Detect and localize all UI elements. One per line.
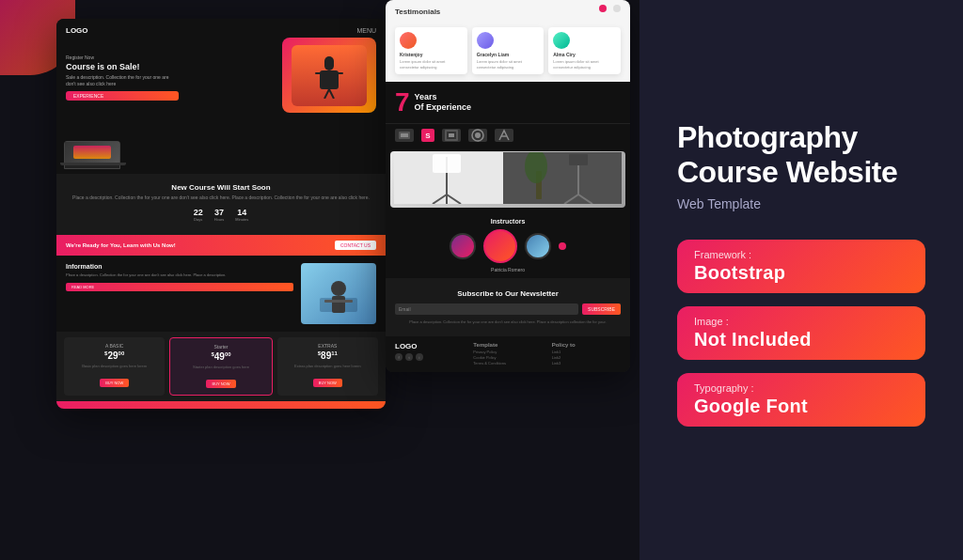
footer-link-6[interactable]: Link3: [552, 361, 621, 366]
bottom-strip: [56, 401, 386, 409]
subscribe-desc: Place a description. Collection the for …: [395, 319, 621, 325]
site-logo: LOGO: [66, 26, 88, 35]
experience-number: 7: [395, 89, 410, 116]
hero-section: LOGO MENU Register Now Course is on Sale…: [56, 19, 386, 174]
instructor-name-block: Patricia Romero: [395, 267, 621, 272]
framework-value: Bootstrap: [694, 262, 908, 284]
svg-rect-9: [324, 300, 353, 303]
social-icon-twitter[interactable]: t: [405, 353, 413, 361]
testimonial-card-2: Gracelyn Liam Lorem ipsum dolor sit amet…: [472, 27, 545, 74]
social-icon-facebook[interactable]: f: [395, 353, 403, 361]
plan-starter-button[interactable]: BUY NOW: [206, 380, 235, 388]
plan-extras-desc: Extras plan description goes here lorem: [283, 364, 372, 369]
instructor-avatar-1: [450, 233, 476, 259]
testimonial-card-3: Alma Ciry Lorem ipsum dolor sit amet con…: [548, 27, 621, 74]
svg-line-5: [329, 89, 334, 99]
dot-2: [613, 5, 621, 12]
subscribe-button[interactable]: SUBSCRIBE: [582, 303, 621, 315]
hero-nav: LOGO MENU: [66, 26, 376, 35]
stat-minutes-number: 14: [235, 208, 248, 217]
testimonials-title: Testimonials: [395, 8, 440, 16]
image-badge: Image : Not Included: [677, 306, 925, 360]
footer-logo-col: LOGO f t i: [395, 342, 464, 366]
stat-days-label: Days: [194, 217, 203, 222]
stat-minutes: 14 Minutes: [235, 208, 248, 222]
plan-starter-price: $4900: [176, 351, 265, 362]
footer-col-2-title: Policy to: [552, 342, 621, 348]
stat-hours: 37 Hours: [214, 208, 225, 222]
testimonial-name-1: Kristenjoy: [400, 52, 463, 57]
svg-rect-2: [315, 72, 323, 74]
hero-image: [282, 38, 376, 113]
stat-hours-label: Hours: [214, 217, 225, 222]
footer-section: LOGO f t i Template Privacy Policy Cooki…: [386, 336, 630, 372]
pricing-card-starter: Starter $4900 Starter plan description g…: [169, 337, 272, 397]
pink-banner-button[interactable]: CONTACT US: [335, 241, 376, 250]
testimonial-text-1: Lorem ipsum dolor sit amet consectetur a…: [400, 59, 463, 70]
studio-section: [386, 147, 630, 212]
hero-small-label: Register Now: [66, 54, 179, 60]
experience-section: 7 Years Of Experience: [386, 82, 630, 123]
footer-link-1[interactable]: Privacy Policy: [473, 350, 542, 354]
image-label: Image :: [694, 316, 908, 327]
studio-illustration: [394, 152, 622, 204]
footer-link-3[interactable]: Terms & Conditions: [473, 361, 542, 366]
plan-basic-name: A BASIC: [70, 343, 159, 349]
brand-2: [442, 129, 461, 142]
info-image-icon: [315, 270, 362, 317]
svg-line-4: [324, 89, 329, 99]
svg-point-16: [475, 132, 481, 138]
testimonials-dots: [596, 0, 621, 16]
testimonial-name-3: Alma Ciry: [553, 52, 616, 57]
plan-starter-name: Starter: [176, 344, 265, 350]
plan-extras-price: $8911: [283, 350, 372, 361]
right-panel: Photography Course Website Web Template …: [639, 0, 963, 560]
page-subtitle: Web Template: [677, 196, 925, 211]
typography-badge: Typography : Google Font: [677, 373, 925, 427]
plan-basic-price: $2900: [70, 350, 159, 361]
subscribe-input-row: Email SUBSCRIBE: [395, 303, 621, 315]
info-read-more-button[interactable]: READ MORE: [66, 283, 293, 291]
hero-text: Register Now Course is on Sale! Sale a d…: [66, 54, 179, 101]
testimonial-text-3: Lorem ipsum dolor sit amet consectetur a…: [553, 59, 616, 70]
footer-link-5[interactable]: Link2: [552, 355, 621, 360]
hero-title: Course is on Sale!: [66, 62, 179, 71]
hero-description: Sale a description. Collection the for y…: [66, 74, 179, 87]
testimonial-card-1: Kristenjoy Lorem ipsum dolor sit amet co…: [395, 27, 467, 74]
testimonials-header: Testimonials: [395, 8, 621, 22]
subscribe-email-input[interactable]: Email: [395, 303, 578, 315]
plan-extras-name: EXTRAS: [283, 343, 372, 349]
studio-image: [390, 151, 625, 208]
svg-rect-8: [332, 296, 345, 313]
info-text: Information Place a description. Collect…: [66, 263, 293, 324]
info-image: [301, 263, 376, 324]
stat-hours-number: 37: [214, 208, 225, 217]
pricing-card-extras: EXTRAS $8911 Extras plan description goe…: [277, 337, 378, 397]
svg-rect-14: [449, 133, 454, 137]
social-icon-instagram[interactable]: i: [416, 353, 423, 361]
laptop-decoration: [64, 141, 120, 169]
new-course-section: New Course Will Start Soon Place a descr…: [56, 174, 386, 235]
brand-4: [495, 129, 513, 142]
testimonials-section: Testimonials Kristenjoy Lorem ipsum dolo…: [386, 0, 630, 82]
experience-label: Of Experience: [415, 102, 472, 114]
stats-row: 22 Days 37 Hours 14 Minutes: [66, 208, 376, 222]
plan-extras-button[interactable]: BUY NOW: [313, 379, 342, 387]
testimonial-text-2: Lorem ipsum dolor sit amet consectetur a…: [477, 59, 540, 70]
experience-years: Years: [415, 92, 472, 103]
info-title: Information: [66, 263, 293, 270]
brand-3: [468, 129, 487, 142]
stat-days-number: 22: [194, 208, 203, 217]
stat-minutes-label: Minutes: [235, 217, 248, 222]
typography-label: Typography :: [694, 382, 908, 394]
plan-starter-desc: Starter plan description goes here: [176, 365, 265, 370]
experience-button[interactable]: EXPERIENCE: [66, 91, 179, 101]
framework-label: Framework :: [694, 249, 908, 260]
footer-link-2[interactable]: Cookie Policy: [473, 355, 542, 360]
brand-icon-3: [471, 129, 484, 142]
footer-link-4[interactable]: Link1: [552, 350, 621, 354]
instructor-dot: [559, 242, 566, 250]
plan-basic-button[interactable]: BUY NOW: [100, 379, 129, 387]
new-course-desc: Place a description. Collection the for …: [66, 194, 376, 202]
pink-banner-text: We're Ready for You, Learn with Us Now!: [66, 242, 176, 248]
